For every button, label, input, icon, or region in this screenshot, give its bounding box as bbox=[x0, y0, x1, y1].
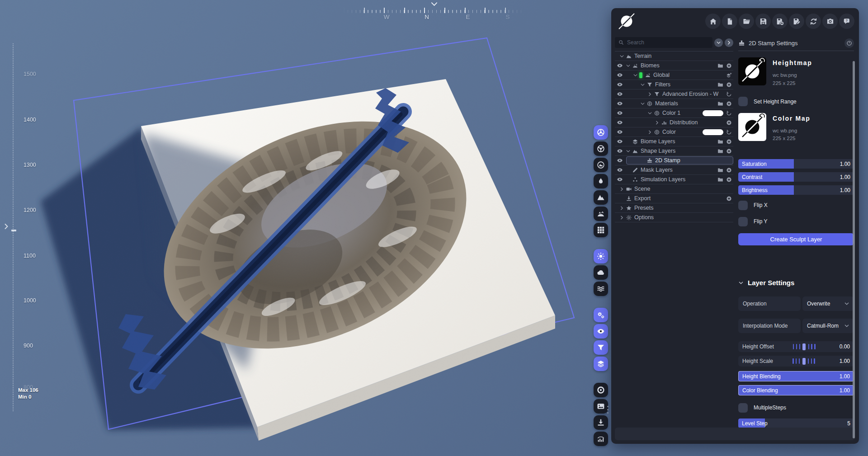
create-sculpt-layer-button[interactable]: Create Sculpt Layer bbox=[738, 233, 854, 245]
chevron-down-icon[interactable] bbox=[646, 111, 653, 116]
tree-row-materials[interactable]: Materials bbox=[615, 99, 733, 108]
settings-scrollbar[interactable] bbox=[853, 61, 855, 438]
drag-scrubber[interactable] bbox=[792, 358, 816, 365]
chevron-right-icon[interactable] bbox=[618, 187, 625, 192]
eye-icon[interactable] bbox=[615, 62, 625, 69]
refresh-icon[interactable] bbox=[726, 91, 732, 97]
eye-icon[interactable] bbox=[615, 91, 625, 97]
screenshot-button[interactable] bbox=[822, 14, 838, 29]
visibility-toggle[interactable] bbox=[594, 324, 608, 338]
display-mode-default-button[interactable] bbox=[594, 125, 608, 140]
auto-process-toggle[interactable] bbox=[594, 308, 608, 322]
record-button[interactable] bbox=[594, 383, 608, 397]
colormap-thumbnail[interactable] bbox=[738, 113, 766, 141]
stats-button[interactable] bbox=[594, 432, 608, 446]
display-mode-grid-button[interactable] bbox=[594, 223, 608, 237]
save-button[interactable] bbox=[755, 14, 771, 29]
chevron-right-icon[interactable] bbox=[654, 120, 660, 125]
eye-icon[interactable] bbox=[615, 119, 625, 126]
operation-select[interactable]: Overwrite bbox=[802, 296, 854, 311]
sync-button[interactable] bbox=[806, 14, 821, 29]
water-toggle[interactable] bbox=[594, 282, 608, 296]
folder-icon[interactable] bbox=[717, 139, 723, 145]
plus-icon[interactable] bbox=[726, 82, 732, 88]
eye-icon[interactable] bbox=[615, 81, 625, 88]
tree-row-advanced-erosion-w[interactable]: Advanced Erosion - W bbox=[615, 89, 733, 99]
save-as-button[interactable] bbox=[789, 14, 804, 29]
folder-icon[interactable] bbox=[717, 101, 723, 107]
tree-row-presets[interactable]: Presets bbox=[615, 203, 733, 213]
checkbox[interactable] bbox=[738, 217, 748, 226]
search-input[interactable]: Search bbox=[615, 37, 712, 48]
interpolation-select[interactable]: Catmull-Rom bbox=[802, 319, 854, 333]
eye-icon[interactable] bbox=[615, 138, 625, 145]
color-swatch[interactable] bbox=[703, 129, 723, 135]
search-expand-button[interactable] bbox=[714, 38, 723, 47]
set-height-range-checkbox[interactable]: Set Height Range bbox=[738, 97, 854, 107]
refresh-icon[interactable] bbox=[726, 110, 732, 116]
tree-row-biome-layers[interactable]: Biome Layers bbox=[615, 137, 733, 146]
checkbox[interactable] bbox=[738, 403, 748, 413]
chevron-down-icon[interactable] bbox=[632, 73, 639, 78]
plus-icon[interactable] bbox=[726, 148, 732, 154]
checkbox[interactable] bbox=[738, 201, 748, 210]
contrast-slider[interactable]: Contrast 1.00 bbox=[738, 172, 854, 182]
plus-icon[interactable] bbox=[726, 177, 732, 183]
tree-row-mask-layers[interactable]: Mask Layers bbox=[615, 165, 733, 175]
height-offset-control[interactable]: Height Offset 0.00 bbox=[738, 341, 854, 352]
eye-icon[interactable] bbox=[615, 157, 625, 164]
checkbox[interactable] bbox=[738, 97, 748, 106]
chevron-right-icon[interactable] bbox=[618, 206, 625, 211]
tree-row-global[interactable]: Global bbox=[615, 71, 733, 80]
level-step-slider[interactable]: Level Step 5 bbox=[738, 418, 854, 428]
plus-icon[interactable] bbox=[726, 101, 732, 107]
tree-row-shape-layers[interactable]: Shape Layers bbox=[615, 146, 733, 156]
tree-row-biomes[interactable]: Biomes bbox=[615, 61, 733, 71]
color-swatch[interactable] bbox=[703, 110, 723, 116]
save-new-version-button[interactable] bbox=[772, 14, 788, 29]
tree-row-terrain[interactable]: Terrain bbox=[615, 52, 733, 61]
layers-toggle[interactable] bbox=[594, 357, 608, 371]
chevron-down-icon[interactable] bbox=[625, 149, 632, 154]
flip-y-checkbox[interactable]: Flip Y bbox=[738, 216, 854, 226]
tree-row-export[interactable]: Export bbox=[615, 194, 733, 203]
tree-row-scene[interactable]: Scene bbox=[615, 184, 733, 194]
export-view-button[interactable] bbox=[594, 415, 608, 430]
heightmap-thumbnail[interactable] bbox=[738, 57, 766, 85]
chevron-down-icon[interactable] bbox=[618, 54, 625, 59]
display-mode-relief-button[interactable] bbox=[594, 190, 608, 205]
eye-icon[interactable] bbox=[615, 129, 625, 135]
eye-icon[interactable] bbox=[615, 110, 625, 116]
color-blending-slider[interactable]: Color Blending 1.00 bbox=[738, 385, 854, 395]
chevron-right-icon[interactable] bbox=[618, 215, 625, 220]
plus-icon[interactable] bbox=[726, 139, 732, 145]
eye-icon[interactable] bbox=[615, 72, 625, 78]
plus-icon[interactable] bbox=[726, 120, 732, 126]
eye-icon[interactable] bbox=[615, 167, 625, 173]
open-project-button[interactable] bbox=[739, 14, 754, 29]
plus-icon[interactable] bbox=[726, 167, 732, 173]
height-scale-control[interactable]: Height Scale 1.00 bbox=[738, 356, 854, 367]
home-button[interactable] bbox=[705, 14, 721, 29]
multiple-steps-checkbox[interactable]: MultipleSteps bbox=[738, 403, 854, 413]
lighting-toggle[interactable] bbox=[594, 249, 608, 263]
layers-plus-icon[interactable] bbox=[726, 72, 732, 78]
flip-x-checkbox[interactable]: Flip X bbox=[738, 200, 854, 210]
folder-icon[interactable] bbox=[717, 63, 723, 69]
tree-row-distribution[interactable]: Distribution bbox=[615, 118, 733, 127]
eye-icon[interactable] bbox=[615, 100, 625, 107]
eye-icon[interactable] bbox=[615, 176, 625, 183]
chevron-right-icon[interactable] bbox=[646, 92, 653, 97]
tree-row-color[interactable]: Color bbox=[615, 127, 733, 137]
height-blending-slider[interactable]: Height Blending 1.00 bbox=[738, 371, 854, 381]
compass[interactable]: WNES bbox=[344, 2, 524, 23]
display-mode-heightmap-button[interactable] bbox=[594, 158, 608, 172]
search-next-button[interactable] bbox=[725, 38, 733, 47]
tree-row-options[interactable]: Options bbox=[615, 213, 733, 222]
chevron-down-icon[interactable] bbox=[639, 82, 646, 87]
saturation-slider[interactable]: Saturation 1.00 bbox=[738, 159, 854, 169]
filter-toggle[interactable] bbox=[594, 340, 608, 355]
tree-row-simulation-layers[interactable]: Simulation Layers bbox=[615, 175, 733, 184]
plus-icon[interactable] bbox=[726, 196, 732, 202]
folder-icon[interactable] bbox=[717, 177, 723, 183]
